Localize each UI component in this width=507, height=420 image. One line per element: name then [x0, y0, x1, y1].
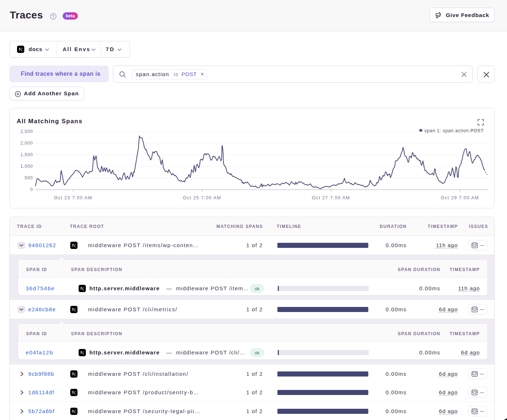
svg-text:Oct 29 7:00 AM: Oct 29 7:00 AM: [441, 195, 479, 200]
svg-text:Oct 27 7:00 AM: Oct 27 7:00 AM: [312, 195, 350, 200]
svg-text:0: 0: [30, 187, 33, 192]
svg-text:1,000: 1,000: [20, 164, 33, 169]
svg-text:Oct 25 7:00 AM: Oct 25 7:00 AM: [183, 195, 221, 200]
svg-text:2,000: 2,000: [20, 141, 33, 146]
svg-text:Oct 23 7:00 AM: Oct 23 7:00 AM: [54, 195, 92, 200]
svg-text:500: 500: [25, 175, 33, 180]
svg-text:2,500: 2,500: [20, 129, 33, 134]
svg-text:1,500: 1,500: [20, 152, 33, 157]
